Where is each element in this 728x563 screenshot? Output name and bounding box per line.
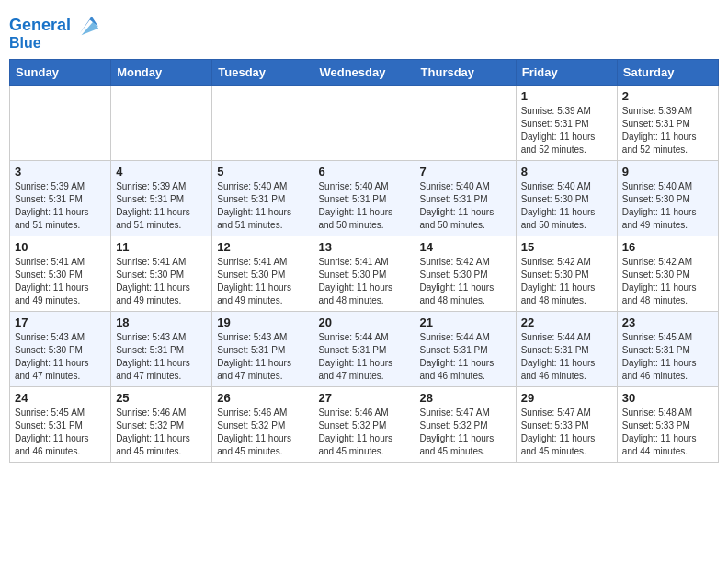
page-header: General Blue xyxy=(9,9,719,52)
day-info: Sunrise: 5:47 AMSunset: 5:32 PMDaylight:… xyxy=(420,407,511,458)
day-info: Sunrise: 5:48 AMSunset: 5:33 PMDaylight:… xyxy=(622,407,713,458)
day-info: Sunrise: 5:39 AMSunset: 5:31 PMDaylight:… xyxy=(116,180,207,232)
day-cell-9: 9Sunrise: 5:40 AMSunset: 5:30 PMDaylight… xyxy=(617,160,718,236)
day-number: 18 xyxy=(116,316,207,329)
day-cell-17: 17Sunrise: 5:43 AMSunset: 5:30 PMDayligh… xyxy=(10,311,111,386)
day-cell-1: 1Sunrise: 5:39 AMSunset: 5:31 PMDaylight… xyxy=(516,85,617,160)
logo-text: General xyxy=(9,17,71,35)
day-info: Sunrise: 5:41 AMSunset: 5:30 PMDaylight:… xyxy=(318,256,409,307)
empty-cell xyxy=(415,85,516,160)
day-cell-5: 5Sunrise: 5:40 AMSunset: 5:31 PMDaylight… xyxy=(212,160,313,236)
day-number: 8 xyxy=(521,165,612,178)
empty-cell xyxy=(212,85,313,160)
weekday-header-tuesday: Tuesday xyxy=(212,59,313,85)
day-cell-25: 25Sunrise: 5:46 AMSunset: 5:32 PMDayligh… xyxy=(111,386,212,462)
day-info: Sunrise: 5:45 AMSunset: 5:31 PMDaylight:… xyxy=(622,331,713,383)
day-cell-4: 4Sunrise: 5:39 AMSunset: 5:31 PMDaylight… xyxy=(111,160,212,236)
week-row-5: 24Sunrise: 5:45 AMSunset: 5:31 PMDayligh… xyxy=(10,386,719,462)
day-cell-26: 26Sunrise: 5:46 AMSunset: 5:32 PMDayligh… xyxy=(212,386,313,462)
day-number: 11 xyxy=(116,240,207,254)
day-cell-19: 19Sunrise: 5:43 AMSunset: 5:31 PMDayligh… xyxy=(212,311,313,386)
day-info: Sunrise: 5:45 AMSunset: 5:31 PMDaylight:… xyxy=(15,407,106,458)
day-cell-27: 27Sunrise: 5:46 AMSunset: 5:32 PMDayligh… xyxy=(313,386,415,462)
logo: General Blue xyxy=(9,13,100,52)
day-cell-29: 29Sunrise: 5:47 AMSunset: 5:33 PMDayligh… xyxy=(516,386,617,462)
day-info: Sunrise: 5:44 AMSunset: 5:31 PMDaylight:… xyxy=(521,331,612,383)
day-info: Sunrise: 5:43 AMSunset: 5:31 PMDaylight:… xyxy=(217,331,308,383)
day-cell-23: 23Sunrise: 5:45 AMSunset: 5:31 PMDayligh… xyxy=(617,311,718,386)
day-info: Sunrise: 5:42 AMSunset: 5:30 PMDaylight:… xyxy=(521,256,612,307)
empty-cell xyxy=(313,85,415,160)
week-row-2: 3Sunrise: 5:39 AMSunset: 5:31 PMDaylight… xyxy=(10,160,719,236)
day-info: Sunrise: 5:44 AMSunset: 5:31 PMDaylight:… xyxy=(318,331,409,383)
day-info: Sunrise: 5:40 AMSunset: 5:31 PMDaylight:… xyxy=(420,180,511,232)
day-info: Sunrise: 5:46 AMSunset: 5:32 PMDaylight:… xyxy=(217,407,308,458)
day-cell-28: 28Sunrise: 5:47 AMSunset: 5:32 PMDayligh… xyxy=(415,386,516,462)
day-number: 28 xyxy=(420,391,511,405)
day-info: Sunrise: 5:46 AMSunset: 5:32 PMDaylight:… xyxy=(318,407,409,458)
day-cell-2: 2Sunrise: 5:39 AMSunset: 5:31 PMDaylight… xyxy=(617,85,718,160)
day-cell-3: 3Sunrise: 5:39 AMSunset: 5:31 PMDaylight… xyxy=(10,160,111,236)
day-info: Sunrise: 5:40 AMSunset: 5:30 PMDaylight:… xyxy=(622,180,713,232)
empty-cell xyxy=(10,85,111,160)
day-number: 13 xyxy=(318,240,409,254)
day-number: 3 xyxy=(15,165,106,178)
weekday-header-monday: Monday xyxy=(111,59,212,85)
day-number: 1 xyxy=(521,89,612,103)
weekday-header-saturday: Saturday xyxy=(617,59,718,85)
day-cell-14: 14Sunrise: 5:42 AMSunset: 5:30 PMDayligh… xyxy=(415,236,516,311)
day-info: Sunrise: 5:41 AMSunset: 5:30 PMDaylight:… xyxy=(217,256,308,307)
day-number: 30 xyxy=(622,391,713,405)
day-number: 17 xyxy=(15,316,106,329)
day-info: Sunrise: 5:39 AMSunset: 5:31 PMDaylight:… xyxy=(521,105,612,156)
day-info: Sunrise: 5:41 AMSunset: 5:30 PMDaylight:… xyxy=(116,256,207,307)
day-number: 24 xyxy=(15,391,106,405)
day-info: Sunrise: 5:42 AMSunset: 5:30 PMDaylight:… xyxy=(622,256,713,307)
day-cell-20: 20Sunrise: 5:44 AMSunset: 5:31 PMDayligh… xyxy=(313,311,415,386)
day-info: Sunrise: 5:46 AMSunset: 5:32 PMDaylight:… xyxy=(116,407,207,458)
day-number: 9 xyxy=(622,165,713,178)
day-info: Sunrise: 5:47 AMSunset: 5:33 PMDaylight:… xyxy=(521,407,612,458)
weekday-header-row: SundayMondayTuesdayWednesdayThursdayFrid… xyxy=(10,59,719,85)
day-cell-16: 16Sunrise: 5:42 AMSunset: 5:30 PMDayligh… xyxy=(617,236,718,311)
day-number: 23 xyxy=(622,316,713,329)
week-row-4: 17Sunrise: 5:43 AMSunset: 5:30 PMDayligh… xyxy=(10,311,719,386)
day-cell-10: 10Sunrise: 5:41 AMSunset: 5:30 PMDayligh… xyxy=(10,236,111,311)
day-number: 25 xyxy=(116,391,207,405)
day-number: 16 xyxy=(622,240,713,254)
day-number: 5 xyxy=(217,165,308,178)
day-info: Sunrise: 5:39 AMSunset: 5:31 PMDaylight:… xyxy=(15,180,106,232)
day-cell-12: 12Sunrise: 5:41 AMSunset: 5:30 PMDayligh… xyxy=(212,236,313,311)
day-cell-8: 8Sunrise: 5:40 AMSunset: 5:30 PMDaylight… xyxy=(516,160,617,236)
day-cell-6: 6Sunrise: 5:40 AMSunset: 5:31 PMDaylight… xyxy=(313,160,415,236)
day-cell-22: 22Sunrise: 5:44 AMSunset: 5:31 PMDayligh… xyxy=(516,311,617,386)
day-number: 10 xyxy=(15,240,106,254)
weekday-header-sunday: Sunday xyxy=(10,59,111,85)
weekday-header-friday: Friday xyxy=(516,59,617,85)
day-number: 2 xyxy=(622,89,713,103)
day-number: 26 xyxy=(217,391,308,405)
week-row-3: 10Sunrise: 5:41 AMSunset: 5:30 PMDayligh… xyxy=(10,236,719,311)
day-number: 21 xyxy=(420,316,511,329)
day-cell-15: 15Sunrise: 5:42 AMSunset: 5:30 PMDayligh… xyxy=(516,236,617,311)
day-cell-21: 21Sunrise: 5:44 AMSunset: 5:31 PMDayligh… xyxy=(415,311,516,386)
day-number: 12 xyxy=(217,240,308,254)
day-cell-30: 30Sunrise: 5:48 AMSunset: 5:33 PMDayligh… xyxy=(617,386,718,462)
logo-icon xyxy=(74,13,100,39)
day-info: Sunrise: 5:43 AMSunset: 5:30 PMDaylight:… xyxy=(15,331,106,383)
calendar-table: SundayMondayTuesdayWednesdayThursdayFrid… xyxy=(9,59,719,463)
day-cell-7: 7Sunrise: 5:40 AMSunset: 5:31 PMDaylight… xyxy=(415,160,516,236)
weekday-header-wednesday: Wednesday xyxy=(313,59,415,85)
day-number: 19 xyxy=(217,316,308,329)
day-info: Sunrise: 5:42 AMSunset: 5:30 PMDaylight:… xyxy=(420,256,511,307)
day-number: 22 xyxy=(521,316,612,329)
day-number: 20 xyxy=(318,316,409,329)
day-info: Sunrise: 5:43 AMSunset: 5:31 PMDaylight:… xyxy=(116,331,207,383)
day-number: 15 xyxy=(521,240,612,254)
weekday-header-thursday: Thursday xyxy=(415,59,516,85)
day-cell-11: 11Sunrise: 5:41 AMSunset: 5:30 PMDayligh… xyxy=(111,236,212,311)
day-number: 27 xyxy=(318,391,409,405)
empty-cell xyxy=(111,85,212,160)
day-number: 6 xyxy=(318,165,409,178)
day-cell-24: 24Sunrise: 5:45 AMSunset: 5:31 PMDayligh… xyxy=(10,386,111,462)
